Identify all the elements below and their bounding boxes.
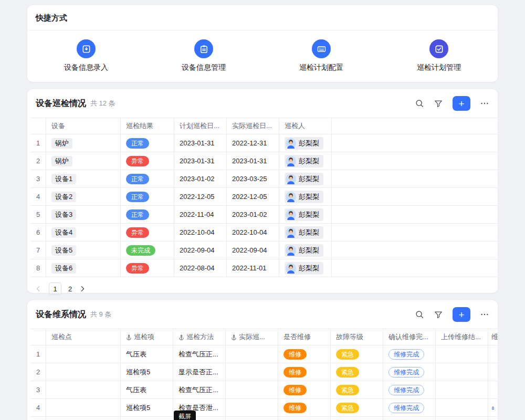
shortcut-plan-config[interactable]: 巡检计划配置: [262, 39, 380, 72]
upload-cell[interactable]: [436, 381, 488, 398]
actual-date-cell[interactable]: 2022-12-31: [227, 134, 279, 152]
point-cell[interactable]: [46, 381, 121, 398]
column-header-upload[interactable]: 上传维修结...: [436, 329, 488, 345]
device-cell[interactable]: 设备2: [46, 188, 121, 205]
planned-date-cell[interactable]: 2023-01-31: [174, 152, 227, 170]
add-record-button[interactable]: +: [453, 307, 470, 322]
planned-date-cell[interactable]: 2023-01-02: [174, 170, 227, 187]
search-icon[interactable]: [415, 310, 424, 319]
inspector-cell[interactable]: 彭梨梨: [279, 242, 332, 259]
upload-cell[interactable]: [436, 363, 488, 381]
more-icon[interactable]: [480, 99, 489, 108]
column-header-planned-date[interactable]: 计划巡检日...: [174, 118, 227, 134]
result-cell[interactable]: 异常: [121, 152, 174, 170]
actual-date-cell[interactable]: 2022-10-04: [227, 224, 279, 241]
method-cell[interactable]: 显示是否正...: [173, 363, 226, 381]
column-header-actual-date[interactable]: 实际巡检日...: [227, 118, 279, 134]
inspector-cell[interactable]: 彭梨梨: [279, 134, 332, 152]
next-page-icon[interactable]: [79, 285, 86, 292]
inspector-cell[interactable]: 彭梨梨: [279, 170, 332, 187]
column-header-item[interactable]: 巡检项: [121, 329, 173, 345]
item-cell[interactable]: 巡检项5: [121, 417, 173, 420]
column-header-method[interactable]: 巡检方法: [173, 329, 226, 345]
planned-date-cell[interactable]: 2023-01-31: [174, 134, 227, 152]
item-cell[interactable]: 气压表: [121, 381, 173, 398]
page-1-button[interactable]: 1: [49, 282, 61, 295]
device-cell[interactable]: 设备4: [46, 224, 121, 241]
truncated-cell[interactable]: [488, 399, 498, 416]
result-cell[interactable]: 正常: [121, 170, 174, 187]
filter-icon[interactable]: [434, 99, 443, 108]
actual-date-cell[interactable]: 2022-09-04: [227, 242, 279, 259]
table-row[interactable]: 4 设备2 正常 2022-12-05 2022-12-05 彭梨梨: [30, 188, 498, 206]
level-cell[interactable]: 紧急: [331, 381, 383, 398]
confirm-cell[interactable]: 维修完成: [383, 399, 436, 416]
planned-date-cell[interactable]: 2022-10-04: [174, 224, 227, 241]
shortcut-plan-manage[interactable]: 巡检计划管理: [380, 39, 498, 72]
prev-page-icon[interactable]: [35, 285, 42, 292]
column-header-inspector[interactable]: 巡检人: [279, 118, 332, 134]
column-header-actual[interactable]: 实际巡...: [226, 329, 278, 345]
actual-cell[interactable]: [226, 381, 278, 398]
column-header-point[interactable]: 巡检点: [46, 329, 121, 345]
device-cell[interactable]: 设备3: [46, 206, 121, 223]
level-cell[interactable]: 紧急: [331, 363, 383, 381]
confirm-cell[interactable]: 维修完成: [383, 381, 436, 398]
truncated-cell[interactable]: [488, 381, 498, 398]
actual-cell[interactable]: [226, 345, 278, 363]
point-cell[interactable]: [46, 345, 121, 363]
upload-cell[interactable]: [436, 399, 488, 416]
repair-cell[interactable]: 维修: [278, 363, 331, 381]
repair-cell[interactable]: 维修: [278, 399, 331, 416]
planned-date-cell[interactable]: 2022-11-04: [174, 206, 227, 223]
device-cell[interactable]: 锅炉: [46, 134, 121, 152]
column-header-repair[interactable]: 是否维修: [278, 329, 331, 345]
page-2-button[interactable]: 2: [68, 285, 72, 293]
result-cell[interactable]: 异常: [121, 224, 174, 241]
point-cell[interactable]: [46, 417, 121, 420]
result-cell[interactable]: 正常: [121, 188, 174, 205]
table-row[interactable]: 6 设备4 异常 2022-10-04 2022-10-04 彭梨梨: [30, 224, 498, 242]
table-row[interactable]: 2 锅炉 异常 2023-01-31 2023-01-31 彭梨梨: [30, 152, 498, 170]
repair-cell[interactable]: 维修: [278, 381, 331, 398]
result-cell[interactable]: 异常: [121, 259, 174, 277]
point-cell[interactable]: [46, 399, 121, 416]
device-cell[interactable]: 设备6: [46, 259, 121, 277]
result-cell[interactable]: 正常: [121, 206, 174, 223]
actual-date-cell[interactable]: 2023-01-02: [227, 206, 279, 223]
search-icon[interactable]: [415, 99, 424, 108]
add-record-button[interactable]: +: [453, 96, 470, 111]
confirm-cell[interactable]: 维修完成: [383, 363, 436, 381]
upload-cell[interactable]: [436, 417, 488, 420]
column-header-confirm[interactable]: 确认维修完...: [383, 329, 436, 345]
actual-date-cell[interactable]: 2022-11-01: [227, 259, 279, 277]
item-cell[interactable]: 气压表: [121, 345, 173, 363]
table-row[interactable]: 3 气压表 检查气压正... 维修 紧急 维修完成: [30, 381, 498, 399]
column-header-result[interactable]: 巡检结果: [121, 118, 174, 134]
result-cell[interactable]: 未完成: [121, 242, 174, 259]
column-header-level[interactable]: 故障等级: [331, 329, 383, 345]
filter-icon[interactable]: [434, 310, 443, 319]
table-row[interactable]: 4 巡检项5 检查是否泄... 维修 紧急 维修完成: [30, 399, 498, 417]
device-cell[interactable]: 锅炉: [46, 152, 121, 170]
column-header-device[interactable]: 设备: [46, 118, 121, 134]
method-cell[interactable]: 检查气压正...: [173, 345, 226, 363]
actual-cell[interactable]: [226, 363, 278, 381]
table-row[interactable]: 8 设备6 异常 2022-08-04 2022-11-01 彭梨梨: [30, 259, 498, 277]
table-row[interactable]: 3 设备1 正常 2023-01-02 2023-03-25 彭梨梨: [30, 170, 498, 188]
repair-cell[interactable]: 维修: [278, 417, 331, 420]
device-cell[interactable]: 设备1: [46, 170, 121, 187]
truncated-cell[interactable]: [488, 345, 498, 363]
more-icon[interactable]: [480, 310, 489, 319]
truncated-cell[interactable]: [488, 363, 498, 381]
column-header-truncated[interactable]: 维...: [488, 329, 498, 345]
table-row[interactable]: 2 巡检项5 显示是否正... 维修 紧急 维修完成: [30, 363, 498, 381]
planned-date-cell[interactable]: 2022-08-04: [174, 259, 227, 277]
item-cell[interactable]: 巡检项5: [121, 399, 173, 416]
planned-date-cell[interactable]: 2022-12-05: [174, 188, 227, 205]
method-cell[interactable]: 检查气压正...: [173, 381, 226, 398]
table-row[interactable]: 1 气压表 检查气压正... 维修 紧急 维修完成: [30, 345, 498, 363]
item-cell[interactable]: 巡检项5: [121, 363, 173, 381]
confirm-cell[interactable]: 维修完成: [383, 417, 436, 420]
inspector-cell[interactable]: 彭梨梨: [279, 206, 332, 223]
